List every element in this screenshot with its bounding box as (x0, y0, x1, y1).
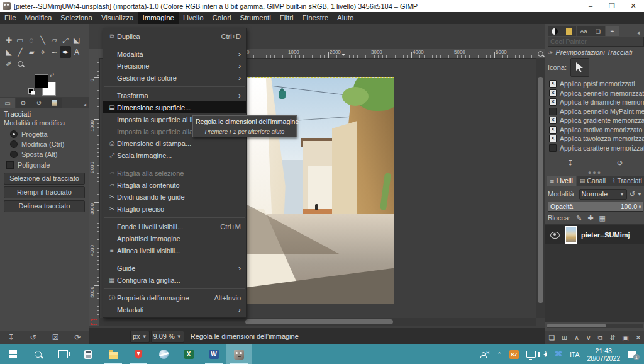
menu-modifica[interactable]: Modifica (21, 12, 57, 24)
reset-colors-icon[interactable] (28, 88, 34, 94)
dropbox-icon[interactable] (555, 351, 562, 358)
menu-livello[interactable]: Livello (179, 12, 208, 24)
language-indicator[interactable]: ITA (570, 351, 580, 358)
text-icon[interactable]: A (71, 46, 82, 58)
tab-livelli[interactable]: ≣Livelli (547, 176, 576, 186)
tray-expand-icon[interactable]: ⌃ (497, 351, 502, 358)
restore-options-icon[interactable]: ↺ (30, 333, 36, 342)
menu-item-duplica[interactable]: ⧉DuplicaCtrl+D (103, 30, 246, 42)
restore-preset-icon[interactable]: ↺ (616, 159, 623, 168)
delete-options-icon[interactable]: ☒ (52, 333, 59, 342)
preset-option[interactable]: ✕Applica le dinamiche memorizzate (545, 98, 644, 107)
new-group-icon[interactable]: ⊞ (562, 334, 567, 342)
minimize-button[interactable]: – (580, 0, 601, 12)
preset-name-entry[interactable]: Cool Painter (548, 37, 644, 47)
search-button[interactable] (25, 344, 50, 364)
quick-mask-toggle[interactable] (89, 318, 99, 326)
preset-option[interactable]: ✕Applica gradiente memorizzato (545, 116, 644, 125)
brave-button[interactable] (126, 344, 151, 364)
stroke-path-button[interactable]: Delinea tracciato (4, 200, 85, 212)
tab-tracciati[interactable]: ⌇Tracciati (609, 176, 644, 186)
save-options-icon[interactable]: ↧ (8, 333, 14, 342)
paintbrush-icon[interactable]: ╱ (14, 46, 26, 58)
preset-option[interactable]: ✕Applica tavolozza memorizzata (545, 134, 644, 144)
move-icon[interactable]: ✚ (3, 34, 14, 46)
menu-finestre[interactable]: Finestre (298, 12, 333, 24)
unified-transform-icon[interactable]: ⤢ (60, 34, 71, 46)
preset-option[interactable]: ✕Applica pp/sf memorizzati (545, 79, 644, 89)
measure-icon[interactable]: ╲ (37, 34, 48, 46)
image-canvas[interactable] (245, 77, 394, 304)
tab-tool-options[interactable]: ▭ (0, 98, 15, 108)
file-explorer-button[interactable] (101, 344, 126, 364)
menu-item-scala-immagine[interactable]: ⤢Scala immagine... (103, 149, 246, 161)
mode-switch-icon[interactable]: ▼ (637, 191, 642, 197)
bucket-fill-icon[interactable]: ◣ (3, 46, 14, 58)
airbrush-icon[interactable]: ✧ (37, 46, 48, 58)
horizontal-scrollbar[interactable] (99, 318, 536, 326)
menu-colori[interactable]: Colori (208, 12, 236, 24)
volume-icon[interactable] (543, 352, 547, 357)
menu-item-gestione-colore[interactable]: Gestione del colore› (103, 72, 246, 84)
tab-brushes[interactable] (548, 26, 562, 36)
menu-strumenti[interactable]: Strumenti (236, 12, 275, 24)
eraser-icon[interactable]: ▰ (26, 46, 37, 58)
menu-seleziona[interactable]: Seleziona (56, 12, 97, 24)
clock[interactable]: 21:43 28/07/2022 (587, 347, 620, 362)
network-icon[interactable] (526, 351, 536, 358)
paths-icon[interactable]: ✒ (60, 46, 71, 58)
close-button[interactable]: ✕ (623, 0, 644, 12)
checkbox-poligonale[interactable]: Poligonale (0, 159, 89, 171)
menu-immagine[interactable]: Immagine (138, 12, 179, 24)
menu-item-proprieta[interactable]: ⓘProprietà dell'immagineAlt+Invio (103, 292, 246, 304)
radio-sposta[interactable]: Sposta (Alt) (0, 149, 89, 159)
reset-options-icon[interactable]: ⟳ (74, 333, 80, 342)
preset-option[interactable]: ✕Applica motivo memorizzato (545, 125, 644, 135)
radio-modifica[interactable]: Modifica (Ctrl) (0, 139, 89, 149)
menu-item-dimensione-stampa[interactable]: ⎙Dimensione di stampa... (103, 137, 246, 149)
menu-item-fondi-livelli[interactable]: Fonde i livelli visibili...Ctrl+M (103, 220, 246, 232)
blend-mode-dropdown[interactable]: Normale ▼ (579, 189, 627, 200)
crop-icon[interactable]: ▱ (48, 34, 60, 46)
unit-dropdown[interactable]: px ▼ (130, 331, 150, 343)
task-view-button[interactable] (50, 344, 75, 364)
menu-item-appiattisci[interactable]: Appiattisci immagine (103, 232, 246, 244)
add-mask-icon[interactable]: ▣ (622, 334, 628, 342)
tab-tool-presets[interactable]: ✒ (606, 26, 619, 36)
calculator-button[interactable] (75, 344, 101, 364)
spinner-icons[interactable]: ▲▼ (638, 204, 643, 209)
visibility-eye-icon[interactable] (550, 232, 560, 239)
tab-patterns[interactable] (562, 26, 576, 36)
preset-option[interactable]: Applica pennello MyPaint memorizzato (545, 107, 644, 117)
menu-visualizza[interactable]: Visualizza (97, 12, 138, 24)
menu-file[interactable]: File (0, 12, 21, 24)
excel-button[interactable]: X (176, 344, 201, 364)
lock-pixels-icon[interactable]: ✎ (576, 214, 582, 222)
foreground-color-swatch[interactable] (35, 74, 48, 88)
perspective-icon[interactable]: ⬕ (71, 34, 82, 46)
action-center-icon[interactable]: 1 (628, 351, 636, 358)
dock-collapse-icon[interactable]: ◂ (636, 30, 642, 36)
menu-item-dimensione-superficie[interactable]: ⬓Dimensione superficie... (103, 101, 246, 113)
zoom-icon[interactable] (14, 58, 26, 70)
word-button[interactable]: W (201, 344, 226, 364)
layer-row[interactable]: pieter--SUMimjUWr4-unsplash (545, 225, 644, 244)
menu-item-ritaglia-contenuto[interactable]: ▱Ritaglia al contenuto (103, 179, 246, 191)
menu-item-modalita[interactable]: Modalità› (103, 48, 246, 60)
opacity-slider[interactable]: Opacità 100.0 ▲▼ (548, 202, 643, 212)
smudge-icon[interactable]: ∽ (48, 46, 60, 58)
raise-layer-icon[interactable]: ∧ (574, 334, 579, 342)
free-select-icon[interactable]: ◌ (26, 34, 37, 46)
blue-app-button[interactable] (151, 344, 176, 364)
delete-layer-icon[interactable]: ✕ (635, 334, 641, 342)
color-picker-icon[interactable]: ✐ (3, 58, 14, 70)
lock-position-icon[interactable]: ✚ (587, 214, 593, 222)
preset-option[interactable]: Applica carattere memorizzato (545, 144, 644, 153)
zoom-dropdown[interactable]: 9.09 % ▼ (151, 331, 184, 343)
tab-undo-history[interactable]: ↺ (31, 98, 47, 108)
preset-icon-button[interactable] (570, 58, 589, 77)
radio-progetta[interactable]: Progetta (0, 129, 89, 139)
menu-item-ritaglio-preciso[interactable]: ✂Ritaglio preciso (103, 203, 246, 215)
tab-canali[interactable]: ▤Canali (577, 176, 609, 186)
swap-colors-icon[interactable]: ⇄ (50, 72, 55, 78)
